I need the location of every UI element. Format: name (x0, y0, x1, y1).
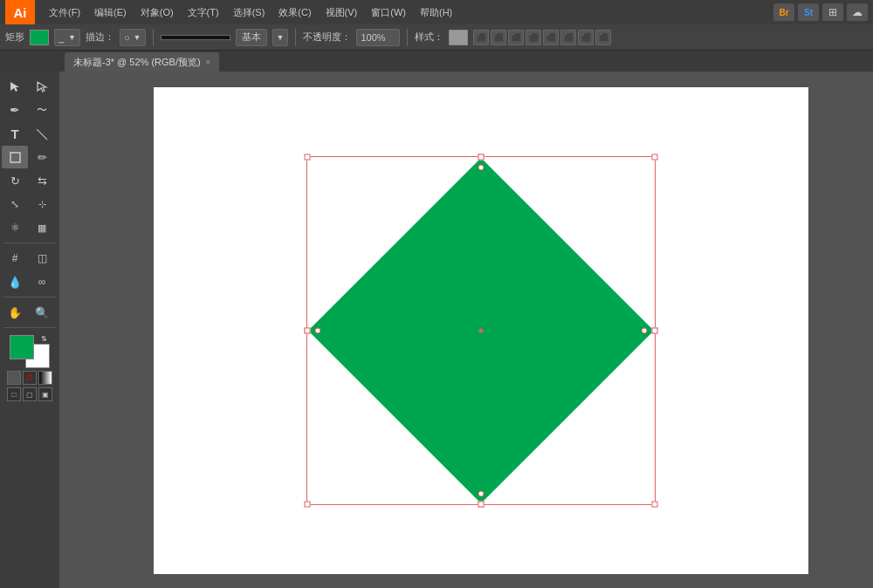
tool-row-8: # ◫ (2, 247, 58, 270)
basic-dropdown[interactable]: ▼ (272, 29, 289, 46)
zoom-tool[interactable]: 🔍 (29, 301, 55, 324)
column-graph-tool[interactable]: ▦ (29, 216, 55, 239)
menu-effect[interactable]: 效果(C) (272, 0, 318, 24)
tool-row-10: ✋ 🔍 (2, 301, 58, 324)
artboard (154, 87, 808, 574)
fill-icon[interactable] (7, 371, 21, 385)
fill-color-swatch[interactable] (30, 30, 49, 45)
canvas-area[interactable] (59, 72, 873, 588)
rotate-tool[interactable]: ↻ (2, 169, 28, 192)
fill-stroke-icons: ∅ (7, 371, 52, 385)
align-top[interactable]: ⬛ (526, 30, 541, 45)
stroke-preview (161, 35, 230, 40)
tool-separator-2 (3, 297, 56, 297)
workspace-icon[interactable]: ⊞ (822, 3, 843, 21)
menu-edit[interactable]: 编辑(E) (87, 0, 134, 24)
screen-mode-full[interactable]: ▣ (38, 387, 52, 401)
tool-row-9: 💧 ∞ (2, 270, 58, 293)
handle-top-right[interactable] (652, 154, 658, 161)
bridge-icon[interactable]: Br (773, 3, 794, 21)
svg-rect-2 (10, 153, 20, 162)
tool-row-1 (2, 75, 58, 98)
options-bar: 矩形 ⎯▼ 描边： ○▼ 基本 ▼ 不透明度： 100% 样式： ⬛ ⬛ ⬛ ⬛… (0, 24, 873, 51)
svg-marker-0 (10, 82, 19, 92)
distribute-h[interactable]: ⬛ (578, 30, 594, 45)
toolbar: ✒ 〜 T │ ✏ ↻ ⇆ ⤡ ⊹ ⚛ ▦ # ◫ (0, 72, 59, 588)
opacity-value[interactable]: 100% (356, 29, 400, 46)
diamond-shape[interactable] (308, 158, 654, 503)
align-bottom[interactable]: ⬛ (560, 30, 576, 45)
rect-tool[interactable] (2, 146, 28, 168)
none-icon[interactable]: ∅ (23, 371, 37, 385)
menu-file[interactable]: 文件(F) (42, 0, 87, 24)
divider-1 (153, 29, 154, 46)
stroke-none-dropdown[interactable]: ⎯▼ (54, 29, 80, 46)
menu-type[interactable]: 文字(T) (181, 0, 226, 24)
swap-colors-icon[interactable]: ⇅ (41, 335, 50, 344)
style-swatch[interactable] (449, 30, 468, 45)
color-area: ⇅ ∅ □ ▢ ▣ (2, 335, 58, 401)
stroke-width-dropdown[interactable]: ○▼ (120, 29, 146, 46)
stock-icon[interactable]: St (798, 3, 819, 21)
tool-row-2: ✒ 〜 (2, 99, 58, 121)
mesh-tool[interactable]: # (2, 247, 28, 270)
menu-select[interactable]: 选择(S) (226, 0, 272, 24)
tool-row-5: ↻ ⇆ (2, 169, 58, 192)
menu-bar: Ai 文件(F) 编辑(E) 对象(O) 文字(T) 选择(S) 效果(C) 视… (0, 0, 873, 24)
tool-separator-3 (3, 327, 56, 328)
hand-tool[interactable]: ✋ (2, 301, 28, 324)
handle-top-left[interactable] (305, 154, 311, 161)
pen-tool[interactable]: ✒ (2, 99, 28, 121)
tool-row-6: ⤡ ⊹ (2, 193, 58, 215)
align-icons: ⬛ ⬛ ⬛ ⬛ ⬛ ⬛ ⬛ ⬛ (473, 30, 611, 45)
symbol-sprayer-tool[interactable]: ⚛ (2, 216, 28, 239)
align-middle[interactable]: ⬛ (543, 30, 559, 45)
scale-tool[interactable]: ⤡ (2, 193, 28, 215)
menu-window[interactable]: 窗口(W) (364, 0, 413, 24)
screen-mode-icons: □ ▢ ▣ (7, 387, 52, 401)
align-center[interactable]: ⬛ (491, 30, 506, 45)
free-transform-tool[interactable]: ⊹ (29, 193, 55, 215)
menu-object[interactable]: 对象(O) (134, 0, 181, 24)
menu-view[interactable]: 视图(V) (319, 0, 365, 24)
svg-marker-1 (38, 82, 46, 92)
type-tool[interactable]: T (2, 122, 28, 145)
eyedropper-tool[interactable]: 💧 (2, 270, 28, 293)
shape-label: 矩形 (5, 31, 24, 44)
stroke-label: 描边： (86, 31, 114, 44)
menu-help[interactable]: 帮助(H) (413, 0, 459, 24)
document-tab[interactable]: 未标题-3* @ 52% (RGB/预览) × (65, 52, 219, 72)
diamond-container (306, 156, 656, 505)
tool-row-4: ✏ (2, 146, 58, 168)
tool-separator-1 (3, 243, 56, 243)
screen-mode-normal[interactable]: □ (7, 387, 21, 401)
gradient-tool[interactable]: ◫ (29, 247, 55, 270)
color-swatches: ⇅ (10, 335, 50, 368)
selection-tool[interactable] (2, 75, 28, 98)
gradient-icon[interactable] (38, 371, 52, 385)
style-label: 样式： (415, 31, 443, 44)
cloud-icon[interactable]: ☁ (847, 3, 868, 21)
main-area: ✒ 〜 T │ ✏ ↻ ⇆ ⤡ ⊹ ⚛ ▦ # ◫ (0, 72, 873, 588)
tab-title: 未标题-3* @ 52% (RGB/预览) (73, 56, 201, 69)
tool-row-3: T │ (2, 122, 58, 145)
tab-close-button[interactable]: × (206, 58, 210, 66)
screen-mode-full-menu[interactable]: ▢ (23, 387, 37, 401)
distribute-v[interactable]: ⬛ (595, 30, 611, 45)
right-menu-icons: Br St ⊞ ☁ (773, 3, 868, 21)
direct-selection-tool[interactable] (29, 75, 55, 98)
basic-label: 基本 (236, 29, 267, 46)
divider-2 (295, 29, 296, 46)
handle-bottom-right[interactable] (652, 502, 658, 508)
divider-3 (407, 29, 408, 46)
align-right[interactable]: ⬛ (508, 30, 524, 45)
align-left[interactable]: ⬛ (473, 30, 489, 45)
tab-bar: 未标题-3* @ 52% (RGB/预览) × (0, 51, 873, 72)
tool-row-7: ⚛ ▦ (2, 216, 58, 239)
handle-bottom-left[interactable] (305, 502, 311, 508)
app-logo: Ai (5, 0, 35, 24)
blend-tool[interactable]: ∞ (29, 270, 55, 293)
mirror-tool[interactable]: ⇆ (29, 169, 55, 192)
foreground-color-swatch[interactable] (10, 335, 34, 359)
opacity-label: 不透明度： (303, 31, 351, 44)
